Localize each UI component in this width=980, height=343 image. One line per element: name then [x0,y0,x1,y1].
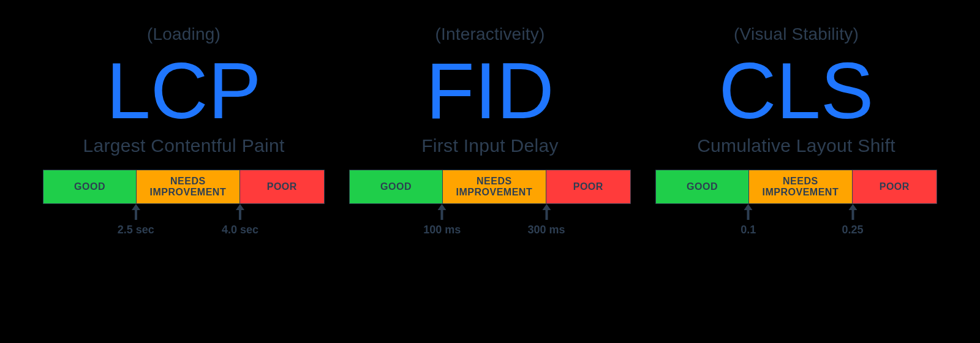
metric-fullname: First Input Delay [421,135,559,156]
metric-card-fid: (Interactiveity) FID First Input Delay G… [349,24,631,241]
needs-line2: IMPROVEMENT [150,187,227,197]
segment-good: GOOD [656,170,748,203]
metric-fullname: Cumulative Layout Shift [697,135,895,156]
threshold-bar: GOOD NEEDS IMPROVEMENT POOR 100 ms 300 m… [349,170,631,241]
threshold-label-2: 300 ms [527,224,565,236]
metric-acronym: CLS [719,49,874,133]
metric-card-cls: (Visual Stability) CLS Cumulative Layout… [655,24,937,241]
segment-needs: NEEDS IMPROVEMENT [136,170,239,203]
metric-fullname: Largest Contentful Paint [83,135,284,156]
threshold-marker-2: 4.0 sec [222,204,258,236]
metric-acronym: FID [426,49,554,133]
threshold-marker-1: 2.5 sec [118,204,154,236]
threshold-marker-1: 0.1 [741,204,756,236]
segment-needs: NEEDS IMPROVEMENT [442,170,546,203]
needs-line1: NEEDS [783,176,818,186]
segment-needs: NEEDS IMPROVEMENT [748,170,852,203]
segment-good: GOOD [43,170,136,203]
threshold-label-1: 100 ms [423,224,461,236]
threshold-label-2: 0.25 [842,224,863,236]
arrow-up-icon [848,204,857,220]
segment-poor: POOR [240,170,324,203]
threshold-bar: GOOD NEEDS IMPROVEMENT POOR 0.1 0.25 [655,170,937,241]
segment-good: GOOD [350,170,442,203]
threshold-label-1: 2.5 sec [118,224,154,236]
threshold-marker-1: 100 ms [423,204,461,236]
segment-poor: POOR [546,170,630,203]
threshold-label-1: 0.1 [741,224,756,236]
threshold-bar: GOOD NEEDS IMPROVEMENT POOR 2.5 sec 4.0 … [43,170,325,241]
arrow-up-icon [236,204,244,220]
arrow-up-icon [438,204,447,220]
needs-line1: NEEDS [170,176,206,186]
metric-card-lcp: (Loading) LCP Largest Contentful Paint G… [43,24,325,241]
arrow-up-icon [132,204,140,220]
segment-poor: POOR [853,170,937,203]
needs-line2: IMPROVEMENT [763,187,839,197]
needs-line2: IMPROVEMENT [456,187,533,197]
threshold-marker-2: 300 ms [527,204,565,236]
metric-category: (Loading) [147,24,221,44]
metric-acronym: LCP [107,49,262,133]
arrow-up-icon [542,204,551,220]
metric-category: (Visual Stability) [734,24,859,44]
threshold-marker-2: 0.25 [842,204,863,236]
needs-line1: NEEDS [477,176,512,186]
threshold-label-2: 4.0 sec [222,224,258,236]
metric-category: (Interactiveity) [435,24,545,44]
arrow-up-icon [744,204,753,220]
